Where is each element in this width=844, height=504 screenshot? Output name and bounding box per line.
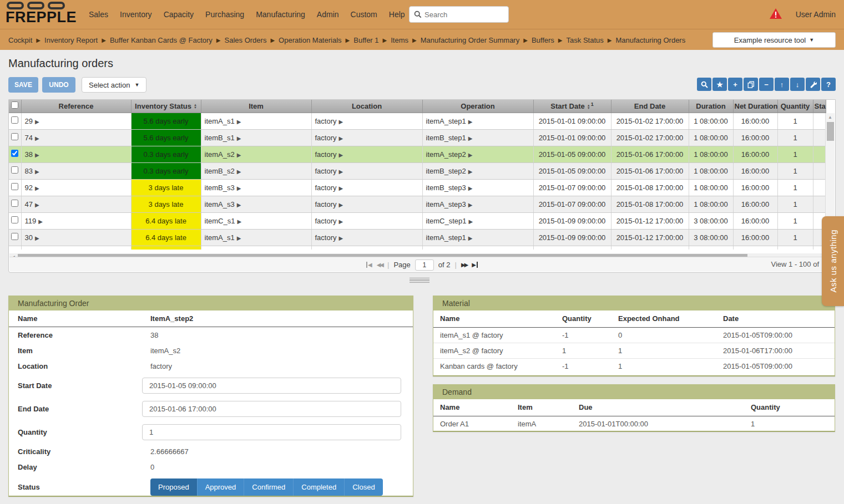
- item-link[interactable]: itemC_s1: [205, 217, 235, 225]
- item-link[interactable]: itemB_s1: [205, 134, 235, 142]
- quantity-input[interactable]: [142, 424, 401, 440]
- context-caret-icon[interactable]: ▶: [339, 202, 343, 208]
- context-caret-icon[interactable]: ▶: [38, 218, 43, 225]
- location-link[interactable]: factory: [315, 233, 337, 242]
- context-caret-icon[interactable]: ▶: [339, 135, 343, 141]
- location-link[interactable]: factory: [315, 167, 337, 175]
- menu-item-manufacturing[interactable]: Manufacturing: [256, 10, 305, 19]
- column-header-item[interactable]: Item: [201, 100, 311, 113]
- context-caret-icon[interactable]: ▶: [237, 185, 241, 191]
- context-caret-icon[interactable]: ▶: [339, 169, 343, 175]
- reference-link[interactable]: 83: [25, 167, 33, 175]
- prev-page-button[interactable]: ◀◀: [377, 262, 383, 268]
- row-checkbox[interactable]: [11, 233, 18, 240]
- menu-item-admin[interactable]: Admin: [317, 10, 339, 19]
- item-link[interactable]: itemB_s2: [205, 167, 235, 175]
- operation-link[interactable]: itemA_step2: [426, 150, 466, 159]
- operation-link[interactable]: itemA_step3: [426, 200, 466, 208]
- breadcrumb-item[interactable]: Manufacturing Order Summary: [421, 36, 519, 44]
- column-header-operation[interactable]: Operation: [422, 100, 533, 113]
- location-link[interactable]: factory: [315, 134, 337, 142]
- first-page-button[interactable]: ◀: [366, 262, 372, 268]
- menu-item-inventory[interactable]: Inventory: [120, 10, 152, 19]
- column-header-inventory-status[interactable]: Inventory Status▲▼: [131, 100, 201, 113]
- status-closed-button[interactable]: Closed: [344, 478, 382, 496]
- context-caret-icon[interactable]: ▶: [35, 169, 39, 175]
- context-caret-icon[interactable]: ▶: [237, 152, 241, 158]
- row-checkbox[interactable]: [11, 200, 18, 207]
- search-input[interactable]: [424, 11, 502, 19]
- operation-link[interactable]: itemA_step1: [426, 233, 466, 242]
- frepple-logo[interactable]: FREPPLE: [6, 2, 77, 25]
- column-header-reference[interactable]: Reference: [21, 100, 131, 113]
- context-caret-icon[interactable]: ▶: [468, 169, 473, 175]
- customize-button[interactable]: [806, 78, 820, 91]
- location-link[interactable]: factory: [315, 200, 337, 208]
- context-caret-icon[interactable]: ▶: [468, 235, 473, 241]
- menu-item-capacity[interactable]: Capacity: [164, 10, 194, 19]
- user-menu[interactable]: User Admin: [796, 0, 836, 29]
- status-completed-button[interactable]: Completed: [293, 478, 344, 496]
- undo-button[interactable]: UNDO: [42, 77, 75, 93]
- context-caret-icon[interactable]: ▶: [35, 185, 39, 191]
- reference-link[interactable]: 30: [25, 233, 33, 242]
- item-link[interactable]: itemB_s3: [205, 184, 235, 192]
- context-caret-icon[interactable]: ▶: [468, 218, 473, 225]
- menu-item-purchasing[interactable]: Purchasing: [205, 10, 244, 19]
- breadcrumb-item[interactable]: Inventory Report: [44, 36, 98, 44]
- column-header-status[interactable]: Status: [813, 100, 826, 113]
- column-header-start-date[interactable]: Start Date▲▼1: [533, 100, 611, 113]
- context-caret-icon[interactable]: ▶: [339, 235, 343, 241]
- menu-item-sales[interactable]: Sales: [89, 10, 108, 19]
- context-caret-icon[interactable]: ▶: [237, 169, 241, 175]
- column-header-duration[interactable]: Duration: [689, 100, 733, 113]
- global-search-box[interactable]: [409, 6, 509, 23]
- copy-button[interactable]: [744, 78, 758, 91]
- location-link[interactable]: factory: [315, 217, 337, 225]
- breadcrumb-item[interactable]: Buffers: [532, 36, 554, 44]
- reference-link[interactable]: 74: [25, 134, 33, 142]
- breadcrumb-item[interactable]: Sales Orders: [225, 36, 267, 44]
- example-resource-tool-button[interactable]: Example resource tool▼: [712, 32, 836, 48]
- context-caret-icon[interactable]: ▶: [468, 119, 473, 125]
- breadcrumb-item-current[interactable]: Manufacturing Orders: [615, 36, 685, 44]
- context-caret-icon[interactable]: ▶: [237, 119, 241, 125]
- delete-button[interactable]: −: [759, 78, 774, 91]
- context-caret-icon[interactable]: ▶: [237, 202, 241, 208]
- move-up-button[interactable]: ↑: [775, 78, 789, 91]
- select-action-dropdown[interactable]: Select action▼: [82, 77, 146, 93]
- page-number-input[interactable]: [415, 259, 434, 271]
- operation-link[interactable]: itemB_step1: [426, 134, 466, 142]
- context-caret-icon[interactable]: ▶: [35, 152, 39, 158]
- select-all-checkbox[interactable]: [11, 101, 18, 109]
- context-caret-icon[interactable]: ▶: [35, 119, 39, 125]
- reference-link[interactable]: 119: [25, 217, 37, 225]
- search-button[interactable]: [697, 78, 711, 91]
- row-checkbox[interactable]: [11, 133, 18, 140]
- panel-resize-handle[interactable]: [410, 278, 429, 283]
- context-caret-icon[interactable]: ▶: [35, 235, 39, 241]
- breadcrumb-item[interactable]: Task Status: [567, 36, 604, 44]
- row-checkbox[interactable]: [11, 150, 18, 157]
- help-button[interactable]: ?: [821, 78, 836, 91]
- ask-us-anything-tab[interactable]: Ask us anything: [822, 216, 844, 306]
- status-proposed-button[interactable]: Proposed: [150, 478, 197, 496]
- location-link[interactable]: factory: [315, 150, 337, 159]
- item-link[interactable]: itemA_s1: [205, 233, 235, 242]
- context-caret-icon[interactable]: ▶: [468, 202, 473, 208]
- location-link[interactable]: factory: [315, 117, 337, 125]
- item-link[interactable]: itemA_s3: [205, 200, 235, 208]
- end-date-input[interactable]: [142, 401, 401, 417]
- scroll-up-icon[interactable]: ▲: [826, 113, 835, 120]
- status-approved-button[interactable]: Approved: [197, 478, 244, 496]
- breadcrumb-item[interactable]: Cockpit: [8, 36, 32, 44]
- context-caret-icon[interactable]: ▶: [35, 202, 39, 208]
- operation-link[interactable]: itemA_step1: [426, 117, 466, 125]
- breadcrumb-item[interactable]: Buffer Kanban Cards @ Factory: [110, 36, 213, 44]
- row-checkbox[interactable]: [11, 183, 18, 190]
- operation-link[interactable]: itemB_step2: [426, 167, 466, 175]
- column-header-end-date[interactable]: End Date: [611, 100, 689, 113]
- reference-link[interactable]: 29: [25, 117, 33, 125]
- context-caret-icon[interactable]: ▶: [339, 218, 343, 225]
- column-header-net-duration[interactable]: Net Duration: [733, 100, 777, 113]
